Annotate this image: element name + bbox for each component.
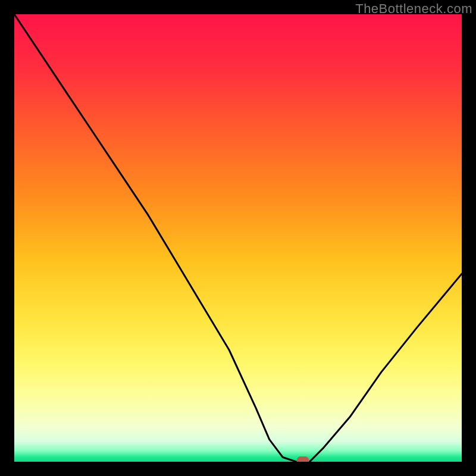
gradient-background [14, 14, 462, 462]
chart-frame: TheBottleneck.com [0, 0, 476, 476]
plot-svg [14, 14, 462, 462]
watermark-text: TheBottleneck.com [355, 1, 472, 17]
plot-area [14, 14, 462, 462]
optimal-marker [297, 457, 309, 462]
